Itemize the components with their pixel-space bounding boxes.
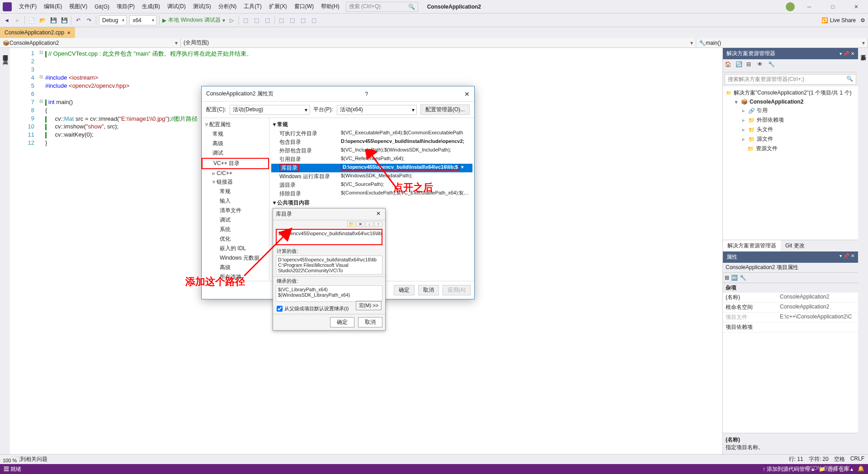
tree-linker-debug[interactable]: 调试 (202, 215, 269, 225)
menu-project[interactable]: 项目(P) (113, 1, 138, 12)
forward-icon[interactable]: ► (14, 16, 22, 24)
solution-tree[interactable]: 📁解决方案"ConsoleApplication2"(1 个项目/共 1 个) … (723, 86, 858, 240)
property-tree[interactable]: ▿ 配置属性 常规 高级 调试 VC++ 目录 ▹ C/C++ ▿ 链接器 常规… (202, 118, 269, 281)
tree-general[interactable]: 常规 (202, 129, 269, 139)
detail-row-extinc[interactable]: 外部包含目录$(VC_IncludePath);$(WindowsSDK_Inc… (271, 147, 472, 155)
redo-icon[interactable]: ↷ (85, 16, 93, 24)
project-node[interactable]: ▿📦 ConsoleApplication2 (726, 98, 855, 106)
tree-debug[interactable]: 调试 (202, 148, 269, 158)
nav-scope-global[interactable]: (全局范围) (181, 38, 696, 47)
tb-icon-5[interactable]: ⬚ (288, 16, 297, 24)
panel-dropdown-icon[interactable]: ▾ (840, 51, 842, 56)
tab-close-icon[interactable]: ✕ (67, 30, 71, 35)
config-manager-button[interactable]: 配置管理器(O)... (420, 104, 470, 115)
tree-linker-system[interactable]: 系统 (202, 225, 269, 234)
tb-icon-3[interactable]: ⬚ (264, 16, 272, 24)
props-pin-icon[interactable]: 📌 (844, 253, 849, 261)
props-az-icon[interactable]: 🔤 (731, 275, 738, 281)
tree-linker-all[interactable]: 所有选项 (202, 272, 269, 281)
close-icon[interactable]: ✕ (847, 1, 865, 12)
props-cat-icon[interactable]: ⊞ (725, 275, 729, 281)
detail-row-exclude[interactable]: 排除目录$(CommonExcludePath);$(VC_Executable… (271, 190, 472, 198)
detail-row-ref[interactable]: 引用目录$(VC_ReferencesPath_x64); (271, 155, 472, 164)
admin-icon[interactable]: ⚙ (860, 17, 865, 24)
detail-row-exec[interactable]: 可执行文件目录$(VC_ExecutablePath_x64);$(Common… (271, 129, 472, 138)
config-select[interactable]: 活动(Debug) (230, 105, 310, 115)
sln-home-icon[interactable]: 🏠 (725, 61, 734, 70)
user-avatar-icon[interactable] (786, 2, 795, 11)
props-grid[interactable]: 杂项 (名称)ConsoleApplication2 根命名空间ConsoleA… (723, 283, 858, 433)
menu-help[interactable]: 帮助(H) (317, 1, 343, 12)
tree-linker-input[interactable]: 输入 (202, 196, 269, 206)
undo-icon[interactable]: ↶ (74, 16, 82, 24)
resources-node[interactable]: 📁 资源文件 (726, 144, 855, 153)
menu-git[interactable]: Git(G) (91, 2, 113, 12)
menu-test[interactable]: 测试(S) (189, 1, 215, 12)
tree-linker-idl[interactable]: 嵌入的 IDL (202, 244, 269, 253)
dialog-titlebar[interactable]: ConsoleApplication2 属性页 ? ✕ (202, 86, 474, 102)
dialog-help-icon[interactable]: ? (365, 91, 368, 97)
popup-del-icon[interactable]: ✕ (356, 221, 364, 227)
detail-row-lib[interactable]: 库目录D:\opencv455\opencv_build\install\x64… (271, 164, 472, 172)
solution-root[interactable]: 📁解决方案"ConsoleApplication2"(1 个项目/共 1 个) (726, 88, 855, 98)
sln-showall-icon[interactable]: 👁 (757, 61, 766, 70)
dialog-close-icon[interactable]: ✕ (464, 90, 470, 98)
editor-tab[interactable]: ConsoleApplication2.cpp ✕ (0, 27, 75, 38)
sln-collapse-icon[interactable]: ⊟ (746, 61, 755, 70)
zoom-level[interactable]: 100 % (0, 457, 19, 464)
dialog-ok-button[interactable]: 确定 (394, 285, 415, 295)
fold-column[interactable]: ⊟⊟⊟ (37, 48, 45, 454)
tree-vcpp-dirs[interactable]: VC++ 目录 (202, 158, 269, 169)
tb-icon-2[interactable]: ⬚ (253, 16, 261, 24)
nav-scope-project[interactable]: 📦 ConsoleApplication2 (0, 38, 181, 47)
save-all-icon[interactable]: 💾 (60, 16, 68, 24)
tb-icon-6[interactable]: ⬚ (299, 16, 307, 24)
back-icon[interactable]: ◄ (3, 16, 11, 24)
tree-cpp[interactable]: ▹ C/C++ (202, 169, 269, 177)
props-dropdown-icon[interactable]: ▾ (840, 253, 842, 261)
tb-icon-4[interactable]: ⬚ (278, 16, 286, 24)
start-no-debug-icon[interactable]: ▷ (228, 16, 236, 24)
panel-pin-icon[interactable]: 📌 (844, 51, 849, 56)
props-row-deps[interactable]: 项目依赖项 (723, 322, 858, 332)
props-row-name[interactable]: (名称)ConsoleApplication2 (723, 293, 858, 303)
popup-macro-button[interactable]: 宏(M) >> (356, 301, 382, 310)
tree-linker-general[interactable]: 常规 (202, 187, 269, 196)
popup-close-icon[interactable]: ✕ (374, 210, 382, 218)
detail-row-src[interactable]: 源目录$(VC_SourcePath); (271, 181, 472, 190)
popup-path-input[interactable]: D:\opencv455\opencv_build\install\x64\vc… (276, 229, 382, 245)
tab-solution-explorer[interactable]: 解决方案资源管理器 (723, 240, 781, 251)
minimize-icon[interactable]: ─ (800, 1, 818, 12)
solution-search-input[interactable]: 搜索解决方案资源管理器(Ctrl+;)🔍 (725, 74, 856, 85)
notifications-icon[interactable]: 🔔 (858, 465, 864, 473)
tb-icon-1[interactable]: ⬚ (242, 16, 250, 24)
extdeps-node[interactable]: ▹📁 外部依赖项 (726, 115, 855, 125)
save-icon[interactable]: 💾 (49, 16, 57, 24)
menu-edit[interactable]: 编辑(E) (40, 1, 66, 12)
status-indent[interactable]: 空格 (834, 455, 845, 463)
menu-build[interactable]: 生成(B) (138, 1, 164, 12)
tree-linker-adv[interactable]: 高级 (202, 263, 269, 272)
menu-debug[interactable]: 调试(D) (164, 1, 189, 12)
popup-ok-button[interactable]: 确定 (330, 317, 354, 327)
config-combo[interactable]: Debug (99, 15, 127, 25)
dialog-apply-button[interactable]: 应用(A) (443, 285, 471, 295)
props-wrench-icon[interactable]: 🔧 (740, 275, 746, 281)
dialog-cancel-button[interactable]: 取消 (418, 285, 439, 295)
tb-icon-7[interactable]: ⬚ (310, 16, 318, 24)
tree-linker[interactable]: ▿ 链接器 (202, 177, 269, 187)
popup-down-icon[interactable]: ↓ (365, 221, 373, 227)
tab-git-changes[interactable]: Git 更改 (781, 240, 809, 251)
nav-scope-func[interactable]: 🔧 main() (696, 38, 868, 47)
tree-linker-manifest[interactable]: 清单文件 (202, 206, 269, 215)
detail-row-winrt[interactable]: Windows 运行库目录$(WindowsSDK_MetadataPath); (271, 172, 472, 181)
panel-close-icon[interactable]: ✕ (851, 51, 854, 56)
platform-select[interactable]: 活动(x64) (337, 105, 417, 115)
platform-combo[interactable]: x64 (129, 15, 156, 25)
menu-tools[interactable]: 工具(T) (240, 1, 265, 12)
sln-refresh-icon[interactable]: 🔃 (736, 61, 745, 70)
popup-cancel-button[interactable]: 取消 (358, 317, 382, 327)
global-search-input[interactable]: 搜索 (Ctrl+Q) 🔍 (346, 2, 418, 12)
headers-node[interactable]: ▹📁 头文件 (726, 125, 855, 134)
tree-config-props[interactable]: ▿ 配置属性 (202, 120, 269, 129)
